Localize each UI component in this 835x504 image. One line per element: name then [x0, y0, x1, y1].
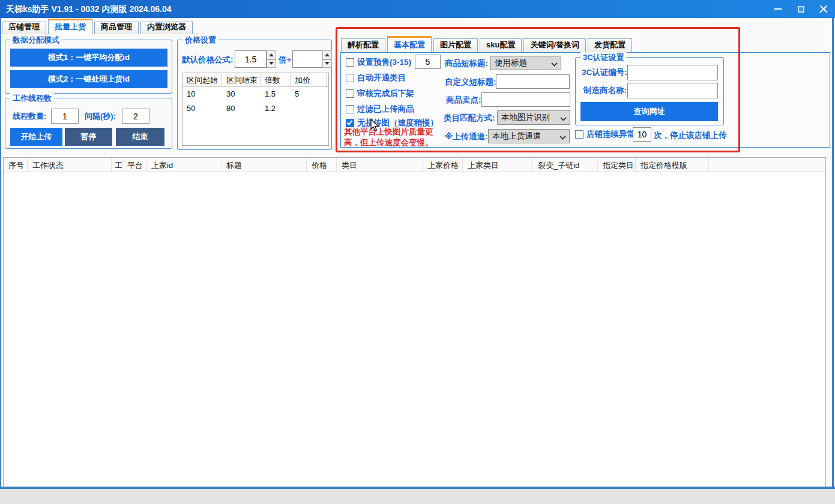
tab-builtin-browser[interactable]: 内置浏览器: [140, 22, 193, 34]
plus-spin-down[interactable]: [322, 59, 332, 68]
price-table-header: 区间起始 区间结束 倍数 加价: [182, 73, 328, 87]
close-icon: [819, 5, 828, 13]
maximize-button[interactable]: [789, 0, 812, 18]
presale-days-input[interactable]: [415, 55, 441, 69]
short-title-select[interactable]: 使用标题: [490, 56, 561, 70]
col-work-status[interactable]: 工作状态: [28, 158, 112, 172]
chevron-down-icon: [560, 134, 565, 139]
plus-input[interactable]: [292, 50, 323, 68]
up-arrow-icon: [325, 53, 330, 56]
col-fission-sublink-id[interactable]: 裂变_子链id: [533, 158, 598, 172]
category-match-select[interactable]: 本地图片识别: [497, 110, 570, 125]
col-price[interactable]: 价格: [307, 158, 337, 172]
col-title[interactable]: 标题: [222, 158, 307, 172]
close-button[interactable]: [812, 0, 835, 18]
col-filler: [709, 158, 825, 172]
thread-count-input[interactable]: [51, 109, 79, 124]
upload-channel-select[interactable]: 本地上货通道: [488, 129, 570, 143]
tab-shop-manage[interactable]: 店铺管理: [2, 22, 46, 34]
mode2-button[interactable]: 模式2：一键处理上货id: [10, 70, 167, 88]
cell-range-end: 80: [222, 101, 261, 116]
manufacturer-label: 制造商名称:: [583, 85, 627, 96]
price-range-table: 区间起始 区间结束 倍数 加价 10 30 1.5 5 50 80 1.2: [182, 73, 329, 146]
app-window: 天梯ks助手 V1.91 - 0032 内测版 2024.06.04 店铺管理 …: [0, 0, 835, 490]
auto-category-row[interactable]: 自动开通类目: [346, 73, 406, 83]
price-col-header[interactable]: 区间结束: [222, 73, 261, 86]
tab-image-config[interactable]: 图片配置: [433, 38, 478, 52]
upload-table-header: 序号 工作状态 工 平台 上家id 标题 价格 类目 上家价格 上家类目 裂变_…: [4, 158, 825, 172]
shop-abnormal-row[interactable]: 店铺连续异常: [575, 129, 635, 140]
interval-input[interactable]: [122, 109, 149, 124]
stop-button[interactable]: 结束: [116, 128, 164, 146]
col-assigned-price-template[interactable]: 指定价格模版: [636, 158, 709, 172]
cell-range-start: 50: [182, 101, 222, 116]
down-arrow-icon: [269, 62, 274, 65]
check-icon: [347, 119, 353, 125]
thread-count-label: 线程数量:: [13, 111, 46, 122]
formula-spin-up[interactable]: [267, 50, 276, 59]
manufacturer-input[interactable]: [627, 83, 718, 98]
lossless-image-checkbox[interactable]: [346, 119, 354, 127]
offshelf-checkbox[interactable]: [346, 89, 354, 98]
custom-short-title-input[interactable]: [496, 74, 570, 89]
chevron-down-icon: [552, 61, 556, 65]
minimize-icon: [774, 8, 782, 10]
offshelf-after-review-row[interactable]: 审核完成后下架: [346, 88, 414, 99]
tab-product-manage[interactable]: 商品管理: [94, 22, 139, 34]
col-assigned-category[interactable]: 指定类目: [598, 158, 636, 172]
warning-text-line1: 其他平台上快图片质量更: [344, 127, 433, 137]
interval-label: 间隔(秒):: [85, 111, 116, 122]
price-col-header[interactable]: 加价: [291, 73, 327, 86]
price-table-row[interactable]: 50 80 1.2: [182, 101, 328, 116]
start-upload-button[interactable]: 开始上传: [10, 128, 62, 146]
tab-batch-upload[interactable]: 批量上货: [48, 19, 92, 34]
presale-checkbox[interactable]: [346, 58, 354, 67]
col-source-price[interactable]: 上家价格: [423, 158, 463, 172]
presale-checkbox-row[interactable]: 设置预售(3-15): [346, 57, 411, 68]
thread-group: 工作线程数 线程数量: 间隔(秒): 开始上传 暂停 结束: [5, 98, 172, 149]
tab-parse-config[interactable]: 解析配置: [341, 38, 385, 52]
maximize-icon: [798, 6, 804, 13]
col-seq[interactable]: 序号: [4, 158, 28, 172]
col-work-truncated[interactable]: 工: [112, 158, 122, 172]
formula-input[interactable]: [235, 50, 267, 68]
presale-label: 设置预售(3-15): [357, 57, 411, 68]
cert-no-input[interactable]: [627, 65, 718, 80]
formula-label: 默认价格公式:: [182, 55, 234, 65]
col-platform[interactable]: 平台: [122, 158, 146, 172]
short-title-label: 商品短标题:: [445, 58, 488, 69]
basic-config-panel: 设置预售(3-15) 自动开通类目 审核完成后下架 过滤已上传商品 无损传图（速…: [340, 52, 830, 148]
selling-point-input[interactable]: [481, 92, 570, 107]
col-category[interactable]: 类目: [337, 158, 423, 172]
tab-keyword-replace[interactable]: 关键词/替换词: [523, 38, 586, 52]
app-screen: 天梯ks助手 V1.91 - 0032 内测版 2024.06.04 店铺管理 …: [0, 0, 835, 504]
filter-uploaded-row[interactable]: 过滤已上传商品: [346, 104, 414, 115]
formula-spin-down[interactable]: [267, 59, 276, 68]
shop-abnormal-checkbox[interactable]: [575, 130, 583, 139]
price-col-header[interactable]: 倍数: [261, 73, 291, 86]
offshelf-label: 审核完成后下架: [357, 88, 414, 99]
down-arrow-icon: [325, 62, 330, 65]
tab-basic-config[interactable]: 基本配置: [387, 36, 432, 52]
minimize-button[interactable]: [767, 0, 789, 18]
upload-table-body: [4, 172, 825, 488]
thread-group-title: 工作线程数: [10, 93, 54, 104]
col-source-category[interactable]: 上家类目: [463, 158, 533, 172]
col-source-id[interactable]: 上家id: [146, 158, 222, 172]
price-group-title: 价格设置: [182, 35, 219, 46]
data-mode-group: 数据分配模式 模式1：一键平均分配id 模式2：一键处理上货id: [5, 40, 172, 94]
auto-category-checkbox[interactable]: [346, 74, 354, 82]
shop-abnormal-count-input[interactable]: [633, 127, 651, 142]
shop-abnormal-label: 店铺连续异常: [586, 129, 635, 140]
filter-uploaded-checkbox[interactable]: [346, 105, 354, 113]
mode1-button[interactable]: 模式1：一键平均分配id: [10, 49, 167, 67]
cell-addition: [291, 101, 327, 116]
tab-delivery-config[interactable]: 发货配置: [588, 38, 632, 52]
plus-spin-up[interactable]: [322, 50, 332, 59]
price-table-row[interactable]: 10 30 1.5 5: [182, 87, 328, 101]
query-url-button[interactable]: 查询网址: [580, 102, 718, 121]
cell-range-start: 10: [182, 87, 222, 101]
pause-button[interactable]: 暂停: [65, 128, 112, 146]
tab-sku-config[interactable]: sku配置: [480, 38, 522, 52]
price-col-header[interactable]: 区间起始: [182, 73, 222, 86]
